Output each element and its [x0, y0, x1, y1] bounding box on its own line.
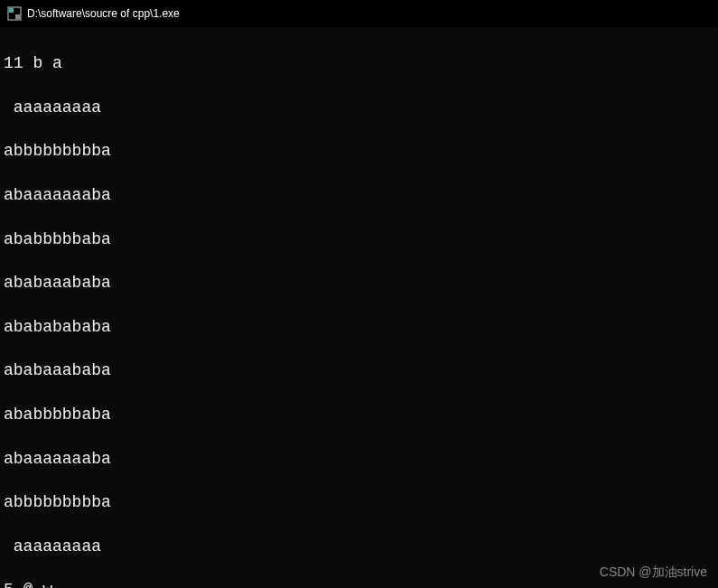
console-line: 11 b a: [4, 52, 711, 74]
console-line: ababbbbbaba: [4, 229, 711, 250]
app-icon: [7, 6, 22, 21]
console-line: aaaaaaaaa: [4, 536, 711, 557]
svg-rect-1: [9, 8, 14, 13]
console-line: ababbbbbaba: [4, 404, 711, 425]
console-line: abbbbbbbbba: [4, 491, 711, 513]
window-titlebar[interactable]: D:\software\soucre of cpp\1.exe: [0, 0, 718, 27]
svg-rect-2: [15, 14, 20, 19]
console-line: abababababa: [4, 316, 711, 338]
console-line: abbbbbbbbba: [4, 140, 711, 162]
console-line: abaaaaaaaba: [4, 184, 711, 206]
console-line: ababaaababa: [4, 359, 711, 381]
console-output[interactable]: 11 b a aaaaaaaaa abbbbbbbbba abaaaaaaaba…: [0, 27, 718, 588]
console-line: ababaaababa: [4, 272, 711, 294]
console-line: aaaaaaaaa: [4, 97, 711, 118]
window-title: D:\software\soucre of cpp\1.exe: [27, 7, 180, 20]
console-line: abaaaaaaaba: [4, 448, 711, 470]
watermark: CSDN @加油strive: [600, 565, 707, 581]
